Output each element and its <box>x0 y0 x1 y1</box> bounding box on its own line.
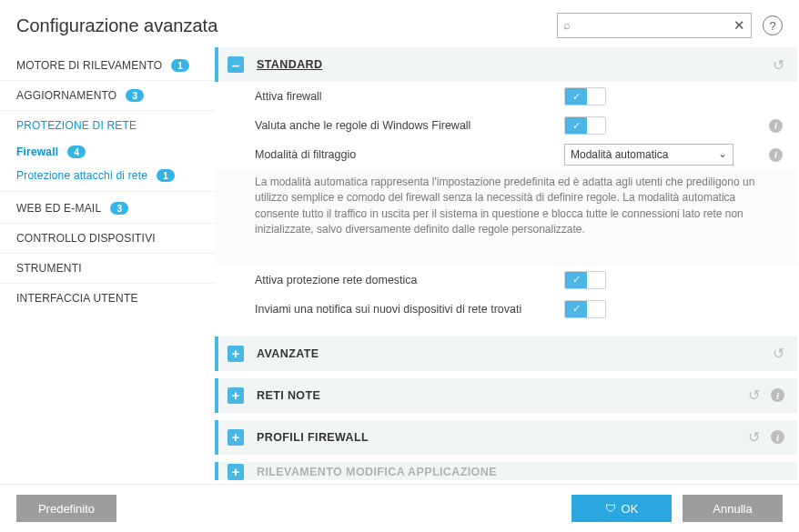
check-icon: ✓ <box>565 272 587 288</box>
row-windows-firewall-rules: Valuta anche le regole di Windows Firewa… <box>215 111 797 140</box>
row-label: Attiva firewall <box>255 90 564 103</box>
section-title: STANDARD <box>257 58 322 71</box>
toggle-notify-new-devices[interactable]: ✓ <box>564 300 606 318</box>
sidebar-badge: 1 <box>171 59 189 72</box>
sidebar-item-ui[interactable]: INTERFACCIA UTENTE <box>0 284 215 313</box>
sidebar-item-network-protection[interactable]: PROTEZIONE DI RETE <box>0 111 215 140</box>
sidebar-item-label: Protezione attacchi di rete <box>16 169 147 182</box>
sidebar-item-label: WEB ED E-MAIL <box>16 202 101 215</box>
toggle-home-network-protection[interactable]: ✓ <box>564 271 606 289</box>
row-notify-new-devices: Inviami una notifica sui nuovi dispositi… <box>215 295 797 329</box>
row-filtering-mode: Modalità di filtraggio Modalità automati… <box>215 140 797 169</box>
section-header-app-change-detection[interactable]: + RILEVAMENTO MODIFICA APPLICAZIONE <box>215 462 797 480</box>
row-label: Modalità di filtraggio <box>255 148 564 161</box>
row-label: Inviami una notifica sui nuovi dispositi… <box>255 303 564 316</box>
ok-button[interactable]: 🛡 OK <box>571 495 672 522</box>
sidebar-item-firewall[interactable]: Firewall 4 <box>0 140 215 164</box>
search-input[interactable] <box>558 15 751 36</box>
expand-icon[interactable]: + <box>228 346 244 362</box>
section-title: PROFILI FIREWALL <box>257 431 369 444</box>
expand-icon[interactable]: + <box>228 429 244 446</box>
sidebar-item-web-email[interactable]: WEB ED E-MAIL 3 <box>0 194 215 224</box>
info-icon[interactable]: i <box>771 388 784 402</box>
row-label: Valuta anche le regole di Windows Firewa… <box>255 119 564 132</box>
sidebar-item-tools[interactable]: STRUMENTI <box>0 254 215 284</box>
cancel-button[interactable]: Annulla <box>683 495 783 522</box>
search-icon: ⌕ <box>563 18 571 32</box>
sidebar-badge: 3 <box>126 89 144 102</box>
undo-icon[interactable]: ↺ <box>748 386 760 404</box>
section-header-advanced[interactable]: + AVANZATE ↺ <box>215 336 797 371</box>
footer: Predefinito 🛡 OK Annulla <box>0 484 799 532</box>
shield-icon: 🛡 <box>605 502 616 515</box>
sidebar-badge: 4 <box>67 146 86 158</box>
select-filtering-mode[interactable]: Modalità automatica ⌄ <box>564 144 733 166</box>
undo-icon[interactable]: ↺ <box>773 56 784 74</box>
section-header-known-networks[interactable]: + RETI NOTE ↺ i <box>215 378 797 413</box>
sidebar-badge: 3 <box>110 202 128 215</box>
select-value: Modalità automatica <box>571 148 668 161</box>
default-button[interactable]: Predefinito <box>16 495 116 522</box>
sidebar-item-label: INTERFACCIA UTENTE <box>16 292 138 305</box>
help-icon[interactable]: ? <box>763 15 783 35</box>
section-standard: – STANDARD ↺ Attiva firewall ✓ <box>215 47 797 329</box>
chevron-down-icon: ⌄ <box>718 147 727 160</box>
ok-label: OK <box>622 502 639 516</box>
check-icon: ✓ <box>565 301 587 317</box>
sidebar-item-label: MOTORE DI RILEVAMENTO <box>16 59 162 72</box>
row-label: Attiva protezione rete domestica <box>255 274 564 286</box>
sidebar-item-label: PROTEZIONE DI RETE <box>16 119 137 132</box>
section-advanced: + AVANZATE ↺ <box>215 336 797 371</box>
collapse-icon[interactable]: – <box>228 56 244 73</box>
row-enable-firewall: Attiva firewall ✓ <box>215 82 797 111</box>
info-icon[interactable]: i <box>771 430 784 444</box>
sidebar-item-network-attack-protection[interactable]: Protezione attacchi di rete 1 <box>0 164 215 187</box>
section-firewall-profiles: + PROFILI FIREWALL ↺ i <box>215 420 797 455</box>
sidebar-item-label: Firewall <box>16 146 58 158</box>
page-title: Configurazione avanzata <box>16 15 217 36</box>
sidebar: MOTORE DI RILEVAMENTO 1 AGGIORNAMENTO 3 … <box>0 47 215 480</box>
undo-icon[interactable]: ↺ <box>773 345 784 362</box>
sidebar-item-label: CONTROLLO DISPOSITIVI <box>16 232 156 245</box>
sidebar-item-detection-engine[interactable]: MOTORE DI RILEVAMENTO 1 <box>0 51 215 81</box>
main-panel: – STANDARD ↺ Attiva firewall ✓ <box>215 47 799 480</box>
filtering-mode-description: La modalità automatica rappresenta l'imp… <box>215 169 797 249</box>
section-title: RILEVAMENTO MODIFICA APPLICAZIONE <box>257 466 497 478</box>
section-known-networks: + RETI NOTE ↺ i <box>215 378 797 413</box>
expand-icon[interactable]: + <box>228 387 244 404</box>
sidebar-item-device-control[interactable]: CONTROLLO DISPOSITIVI <box>0 224 215 254</box>
section-header-standard[interactable]: – STANDARD ↺ <box>215 47 797 82</box>
toggle-enable-firewall[interactable]: ✓ <box>564 87 606 105</box>
sidebar-item-label: AGGIORNAMENTO <box>16 89 116 102</box>
sidebar-item-label: STRUMENTI <box>16 262 82 275</box>
sidebar-badge: 1 <box>157 169 175 182</box>
clear-search-icon[interactable]: ✕ <box>733 17 745 34</box>
info-icon[interactable]: i <box>769 119 783 133</box>
check-icon: ✓ <box>565 117 587 134</box>
sidebar-item-update[interactable]: AGGIORNAMENTO 3 <box>0 81 215 111</box>
undo-icon[interactable]: ↺ <box>748 428 760 446</box>
section-header-firewall-profiles[interactable]: + PROFILI FIREWALL ↺ i <box>215 420 797 455</box>
info-icon[interactable]: i <box>769 148 783 162</box>
check-icon: ✓ <box>565 88 587 105</box>
row-home-network-protection: Attiva protezione rete domestica ✓ <box>215 266 797 295</box>
toggle-windows-firewall-rules[interactable]: ✓ <box>564 116 606 135</box>
section-title: RETI NOTE <box>257 389 320 402</box>
expand-icon[interactable]: + <box>228 464 244 480</box>
search-input-container[interactable]: ⌕ ✕ <box>557 13 752 38</box>
section-title: AVANZATE <box>257 347 319 360</box>
